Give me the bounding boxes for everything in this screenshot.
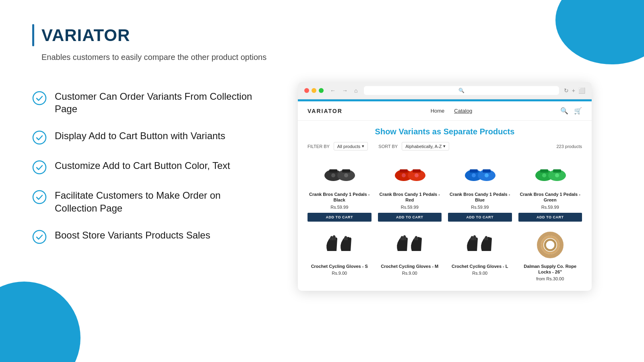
nav-catalog[interactable]: Catalog <box>454 108 472 114</box>
add-to-cart-button-3[interactable]: ADD TO CART <box>448 213 512 222</box>
check-icon-4 <box>32 190 47 204</box>
store-heading: Show Variants as Separate Products <box>308 127 582 136</box>
svg-point-16 <box>415 173 419 177</box>
filter-chevron-icon: ▾ <box>362 144 364 149</box>
svg-rect-15 <box>413 169 421 173</box>
svg-rect-24 <box>540 169 548 173</box>
search-icon: 🔍 <box>458 88 464 93</box>
product-price-1: Rs.59.99 <box>330 205 348 210</box>
product-image-2 <box>378 156 442 188</box>
add-to-cart-button-1[interactable]: ADD TO CART <box>308 213 372 222</box>
sort-label: SORT BY <box>378 144 398 149</box>
add-to-cart-button-2[interactable]: ADD TO CART <box>378 213 442 222</box>
product-image-7 <box>448 228 512 260</box>
svg-point-4 <box>33 230 46 243</box>
sort-select[interactable]: Alphabetically, A-Z ▾ <box>402 142 449 150</box>
browser-nav: ← → ⌂ <box>328 86 359 95</box>
feature-item-2: Display Add to Cart Button with Variants <box>32 130 266 145</box>
product-card-5: Crochet Cycling Gloves - S Rs.9.00 <box>308 228 372 285</box>
check-icon-1 <box>32 91 47 105</box>
product-card-2: Crank Bros Candy 1 Pedals - Red Rs.59.99… <box>378 156 442 222</box>
store-filters: FILTER BY All products ▾ SORT BY Alphabe… <box>308 142 582 150</box>
check-icon-2 <box>32 130 47 145</box>
product-card-7: Crochet Cycling Gloves - L Rs.9.00 <box>448 228 512 285</box>
svg-point-19 <box>472 173 476 177</box>
browser-mockup: ← → ⌂ 🔍 ↻ + ⬜ VARIATOR Home <box>298 82 592 291</box>
brand-accent <box>32 24 34 46</box>
browser-address-bar[interactable]: 🔍 <box>364 86 559 95</box>
svg-point-10 <box>344 173 348 177</box>
svg-rect-12 <box>400 169 408 173</box>
brand-subtitle: Enables customers to easily compare the … <box>41 53 612 62</box>
feature-text-2: Display Add to Cart Button with Variants <box>55 130 225 142</box>
svg-rect-18 <box>470 169 478 173</box>
home-button[interactable]: ⌂ <box>353 86 359 95</box>
check-icon-5 <box>32 230 47 244</box>
feature-text-1: Customer Can Order Variants From Collect… <box>55 90 266 115</box>
svg-rect-9 <box>342 169 350 173</box>
product-name-5: Crochet Cycling Gloves - S <box>311 263 368 269</box>
sort-chevron-icon: ▾ <box>443 144 446 149</box>
feature-text-3: Customize Add to Cart Button Color, Text <box>55 159 230 172</box>
product-name-2: Crank Bros Candy 1 Pedals - Red <box>378 191 442 203</box>
close-dot[interactable] <box>304 88 309 93</box>
brand-bar: VARIATOR <box>32 24 612 46</box>
svg-point-2 <box>33 161 46 174</box>
browser-chrome: ← → ⌂ 🔍 ↻ + ⬜ <box>298 82 592 99</box>
add-to-cart-button-4[interactable]: ADD TO CART <box>518 213 582 222</box>
browser-actions: ↻ + ⬜ <box>564 87 585 94</box>
nav-home[interactable]: Home <box>431 108 445 114</box>
filter-select[interactable]: All products ▾ <box>334 142 368 150</box>
sort-value: Alphabetically, A-Z <box>405 144 442 149</box>
store-icons: 🔍 🛒 <box>560 107 582 115</box>
content-area: Customer Can Order Variants From Collect… <box>32 82 612 291</box>
product-price-7: Rs.9.00 <box>472 271 487 276</box>
product-image-1 <box>308 156 372 188</box>
svg-point-0 <box>33 92 46 105</box>
product-price-4: Rs.59.99 <box>541 205 559 210</box>
store-header: VARIATOR Home Catalog 🔍 🛒 <box>298 101 592 121</box>
product-card-6: Crochet Cycling Gloves - M Rs.9.00 <box>378 228 442 285</box>
products-count: 223 products <box>556 144 582 149</box>
svg-point-28 <box>555 173 559 177</box>
product-price-6: Rs.9.00 <box>402 271 417 276</box>
header: VARIATOR Enables customers to easily com… <box>32 24 612 62</box>
feature-item-5: Boost Store Variants Products Sales <box>32 229 266 244</box>
filter-label: FILTER BY <box>308 144 330 149</box>
brand-title: VARIATOR <box>41 26 130 45</box>
products-grid: Crank Bros Candy 1 Pedals - Black Rs.59.… <box>308 156 582 284</box>
product-card-1: Crank Bros Candy 1 Pedals - Black Rs.59.… <box>308 156 372 222</box>
svg-point-3 <box>33 191 46 204</box>
product-image-4 <box>518 156 582 188</box>
store-brand: VARIATOR <box>308 108 343 114</box>
forward-button[interactable]: → <box>341 86 349 95</box>
svg-point-7 <box>331 173 335 177</box>
share-button[interactable]: ⬜ <box>578 87 585 94</box>
cart-icon[interactable]: 🛒 <box>574 107 582 115</box>
product-name-1: Crank Bros Candy 1 Pedals - Black <box>308 191 372 203</box>
svg-point-31 <box>545 240 555 250</box>
product-card-3: Crank Bros Candy 1 Pedals - Blue Rs.59.9… <box>448 156 512 222</box>
check-icon-3 <box>32 160 47 175</box>
expand-dot[interactable] <box>319 88 324 93</box>
feature-item-4: Facilitate Customers to Make Order on Co… <box>32 189 266 214</box>
back-button[interactable]: ← <box>328 86 337 95</box>
svg-rect-6 <box>329 169 337 173</box>
product-image-8 <box>518 228 582 260</box>
product-name-3: Crank Bros Candy 1 Pedals - Blue <box>448 191 512 203</box>
page-container: VARIATOR Enables customers to easily com… <box>0 0 644 362</box>
minimize-dot[interactable] <box>312 88 316 93</box>
reload-button[interactable]: ↻ <box>564 87 569 94</box>
product-name-6: Crochet Cycling Gloves - M <box>381 263 438 269</box>
product-price-2: Rs.59.99 <box>401 205 419 210</box>
search-icon[interactable]: 🔍 <box>560 107 568 115</box>
filter-value: All products <box>337 144 360 149</box>
svg-rect-21 <box>483 169 491 173</box>
product-card-8: Dalman Supply Co. Rope Locks - 26" from … <box>518 228 582 285</box>
product-image-5 <box>308 228 372 260</box>
new-tab-button[interactable]: + <box>572 87 575 94</box>
svg-point-13 <box>402 173 406 177</box>
svg-point-1 <box>33 131 46 144</box>
product-name-7: Crochet Cycling Gloves - L <box>452 263 508 269</box>
product-price-5: Rs.9.00 <box>332 271 347 276</box>
